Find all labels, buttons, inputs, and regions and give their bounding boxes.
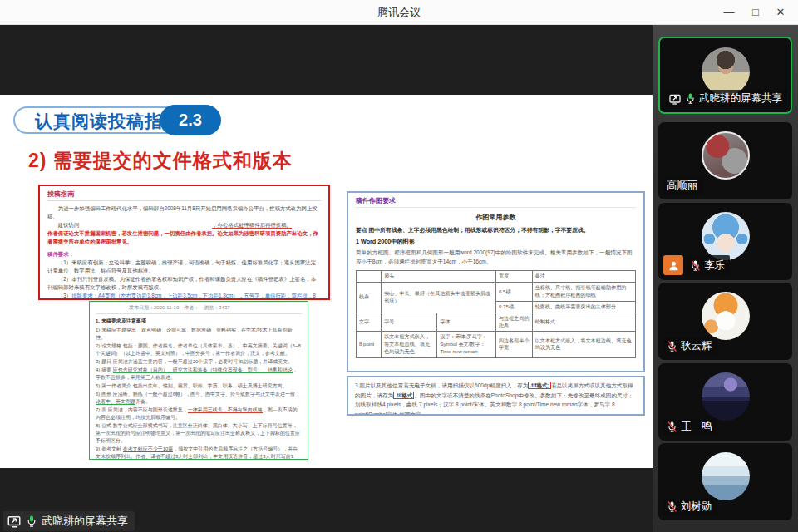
participant-name: 李乐	[704, 259, 725, 273]
participant-name: 刘树勋	[681, 500, 712, 514]
sharing-banner-label: 武晓耕的屏幕共享	[42, 514, 128, 529]
format-requirement-line: （3）排版要求：A4页面（左右页边距1.8cm，上边距3.5cm，下边距1.8c…	[47, 292, 321, 300]
mic-muted-icon	[667, 421, 677, 433]
participant-name: 耿云辉	[681, 339, 712, 353]
note-item: 7) 表 应简洁，内容不应与图形表述重复，一律采用三线表，不得有纵向线格，图—表…	[96, 406, 302, 421]
participant-tile-gaoshunli[interactable]: 高顺丽	[658, 122, 792, 200]
table-cell: 字体	[437, 313, 496, 332]
table-cell: 线条	[357, 283, 382, 313]
section-heading: 2) 需要提交的文件格式和版本	[28, 148, 293, 174]
avatar	[702, 372, 750, 421]
participant-label: 高顺丽	[663, 177, 703, 195]
participant-name: 王一鸣	[681, 420, 712, 434]
table-cell: 以文本框方式嵌入，将文本框边线、填充色均设为无色	[382, 332, 437, 357]
participant-label: 耿云辉	[663, 337, 717, 355]
presentation-slide: 认真阅读投稿指南 2.3 2) 需要提交的文件格式和版本 投稿指南 为进一步加强…	[0, 95, 653, 468]
table-cell: 0.75磅	[496, 301, 533, 313]
avatar	[702, 131, 750, 180]
titlebar: 腾讯会议 — □ ✕	[0, 0, 798, 25]
guide-line: （2）本刊只刊登首发稿。为保证作者的署名权和知识产权，作者和课题负责人应在《稿件…	[47, 275, 321, 292]
avatar	[702, 47, 750, 96]
host-badge	[663, 255, 683, 275]
figure-params-title: 作图常用参数	[356, 213, 636, 222]
participant-tile-wangyiming[interactable]: 王一鸣	[658, 363, 792, 441]
meeting-window: 腾讯会议 — □ ✕ 认真阅读投稿指南 2.3 2) 需要提交的文件格式和版本 …	[0, 0, 798, 532]
maximize-button[interactable]: □	[743, 0, 768, 25]
requirements-title: 稿件要求：	[47, 250, 321, 259]
mic-on-icon	[26, 515, 37, 528]
maximize-icon: □	[752, 6, 759, 18]
close-icon: ✕	[776, 6, 786, 18]
participant-tile-lile[interactable]: 李乐	[658, 203, 792, 280]
table-row: 箭头 宽度 备注	[357, 271, 636, 283]
participant-tile-liushuxun[interactable]: 刘树勋	[658, 443, 792, 520]
participant-sidebar: 武晓耕的屏幕共享 高顺丽 李乐	[653, 25, 798, 532]
col-header: 箭头	[382, 271, 496, 283]
participant-name: 高顺丽	[667, 179, 698, 193]
participant-label: 刘树勋	[663, 498, 717, 515]
table-cell: 汉字：宋体;罗马字：Symbol 英文/数字：Time new roman	[437, 332, 496, 357]
mic-muted-icon	[690, 259, 701, 272]
table-cell: 文字	[357, 313, 382, 332]
mic-muted-icon	[667, 340, 677, 352]
note-item: 3) 题目 应简洁并涵盖主要内容，一般不超过20个汉字，必要时可加副标题，并译成…	[96, 358, 302, 366]
participant-tile-wuxiaogeng[interactable]: 武晓耕的屏幕共享	[658, 37, 792, 114]
guide-line: 建议访问 ，办公格式处理稿件后再行投稿。	[47, 221, 321, 229]
figure-params-table: 箭头 宽度 备注 线条 实心、中长、最好（在其他箭头中改变箭头后改形状） 0.5…	[356, 270, 636, 357]
guide-line: 为进一步加强编辑工作现代化水平，编辑部自2008年11月8日开始启用网络采编办公…	[47, 204, 321, 221]
publish-meta: 发布日期：2020-11-10 作者： 浏览：3437	[96, 303, 302, 314]
mic-muted-icon	[667, 500, 677, 513]
note-item: 8) 公式 数学公式应全部横式书写，注意区分正斜体、黑白体、大小写、上下标符号位…	[96, 422, 302, 445]
table-cell: 四边各留半个字宽	[496, 332, 533, 357]
note-item: 1) 来稿应主题突出、观点明确、论据可靠、数据准确、资料翔实，在学术/技术上具有…	[96, 327, 302, 342]
note-item: 9) 参考文献 参考文献应不少于10篇，须按文中引用的先后顺序标注之（方括号编号…	[96, 446, 302, 460]
word2000-paragraph: 简单的方框图、程序框图和几何图形一般用word 2000(97)中的绘图软件来完…	[356, 249, 636, 266]
screen-share-icon	[7, 514, 22, 529]
minimize-icon: —	[724, 6, 735, 18]
table-cell: 字号	[382, 313, 437, 332]
avatar	[702, 212, 750, 260]
sharing-banner: 武晓耕的屏幕共享	[3, 511, 135, 531]
photo-format-note: 3 照片以及其他位置若无电子文稿，请用扫描仪以600dp精度扫入，存为.tif格…	[355, 381, 637, 416]
participant-label: 武晓耕的屏幕共享	[665, 90, 787, 107]
version-badge: 2.3	[160, 105, 221, 135]
table-row: 文字 字号 字体 与边框之间的距离 绘制格式	[357, 313, 636, 332]
mic-on-icon	[685, 92, 696, 105]
topic-pill: 认真阅读投稿指南 2.3	[13, 105, 221, 136]
table-row: 线条 实心、中长、最好（在其他箭头中改变箭头后改形状） 0.5磅 坐标线、尺寸线…	[357, 283, 636, 302]
col-header: 宽度	[496, 271, 533, 283]
word2000-section-title: 1 Word 2000中的图形	[356, 238, 636, 246]
participant-name: 武晓耕的屏幕共享	[699, 91, 782, 106]
note-item: 4) 摘要 应包含研究对象（目的）、研究方法和装备（特殊仪器设备、型号）、结果和…	[96, 367, 302, 382]
note-item: 6) 图形 应清晰、精练（一般不超过6幅），图号、图中文字、符号或数字与正文中表…	[96, 391, 302, 406]
avatar	[702, 452, 750, 500]
notes-title: 1. 来稿要求及注意事项	[96, 318, 302, 325]
figure-requirements-header: 稿件作图要求	[356, 196, 636, 208]
table-cell: 8 point	[357, 332, 382, 357]
table-cell: 0.5磅	[496, 283, 533, 302]
avatar	[702, 292, 750, 340]
screen-share-view: 认真阅读投稿指南 2.3 2) 需要提交的文件格式和版本 投稿指南 为进一步加强…	[0, 25, 653, 532]
manuscript-notes-panel: 发布日期：2020-11-10 作者： 浏览：3437 1. 来稿要求及注意事项…	[89, 301, 308, 460]
table-cell: 实心、中长、最好（在其他箭头中改变箭头后改形状）	[382, 283, 496, 313]
table-row: 8 point 以文本框方式嵌入，将文本框边线、填充色均设为无色 汉字：宋体;罗…	[357, 332, 636, 357]
col-header: 备注	[532, 271, 635, 283]
window-title: 腾讯会议	[0, 0, 798, 25]
table-cell: 与边框之间的距离	[496, 313, 533, 332]
table-cell: 轮廓线、曲线等需要突出的主体部分	[532, 301, 635, 313]
figure-requirements-panel: 稿件作图要求 作图常用参数 要点 图中所有线条、文字必须用黑色绘制；用线形或标识…	[347, 191, 645, 372]
submission-guide-panel: 投稿指南 为进一步加强编辑工作现代化水平，编辑部自2008年11月8日开始启用网…	[38, 185, 330, 300]
screen-share-icon	[668, 92, 682, 106]
participant-label: 李乐	[663, 255, 730, 275]
photo-format-note-panel: 3 照片以及其他位置若无电子文稿，请用扫描仪以600dp精度扫入，存为.tif格…	[347, 376, 645, 416]
participant-tile-gengyunhui[interactable]: 耿云辉	[658, 283, 792, 360]
participant-label: 王一鸣	[663, 418, 717, 436]
guide-line: （1）来稿应有创新；立论科学，主题明确，推理严谨，词语准确，句子精炼，使用标准简…	[47, 259, 321, 275]
close-button[interactable]: ✕	[768, 0, 793, 25]
note-item: 5) 第一作者简介 包括出生年、性别、籍贯、职称、学历、职务、硕士及博士研究方向…	[96, 382, 302, 390]
confidentiality-warning: 作者保证论文不泄漏国家机密，若发生泄密问题，一切责任由作者承担。论文如果为涉密科…	[47, 229, 321, 246]
submission-guide-header: 投稿指南	[47, 190, 321, 201]
table-cell: 坐标线、尺寸线、指引线等起辅助作用的线；方框图程序框图的细线	[532, 283, 635, 302]
minimize-button[interactable]: —	[717, 0, 741, 25]
table-cell: 绘制格式	[532, 313, 635, 332]
